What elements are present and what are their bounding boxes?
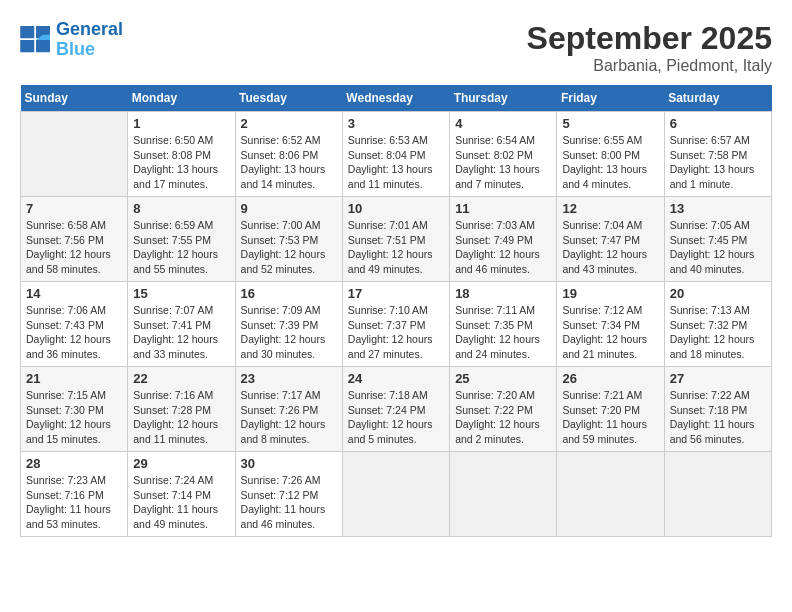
svg-rect-0 bbox=[20, 26, 34, 38]
calendar-cell: 12Sunrise: 7:04 AMSunset: 7:47 PMDayligh… bbox=[557, 197, 664, 282]
calendar-cell: 21Sunrise: 7:15 AMSunset: 7:30 PMDayligh… bbox=[21, 367, 128, 452]
day-info: Sunrise: 6:58 AMSunset: 7:56 PMDaylight:… bbox=[26, 218, 122, 277]
calendar-cell bbox=[21, 112, 128, 197]
day-info: Sunrise: 7:07 AMSunset: 7:41 PMDaylight:… bbox=[133, 303, 229, 362]
day-number: 23 bbox=[241, 371, 337, 386]
calendar-cell: 19Sunrise: 7:12 AMSunset: 7:34 PMDayligh… bbox=[557, 282, 664, 367]
calendar-table: SundayMondayTuesdayWednesdayThursdayFrid… bbox=[20, 85, 772, 537]
calendar-cell: 23Sunrise: 7:17 AMSunset: 7:26 PMDayligh… bbox=[235, 367, 342, 452]
day-info: Sunrise: 7:09 AMSunset: 7:39 PMDaylight:… bbox=[241, 303, 337, 362]
calendar-cell: 26Sunrise: 7:21 AMSunset: 7:20 PMDayligh… bbox=[557, 367, 664, 452]
logo: General Blue bbox=[20, 20, 123, 60]
day-info: Sunrise: 7:21 AMSunset: 7:20 PMDaylight:… bbox=[562, 388, 658, 447]
calendar-week-2: 7Sunrise: 6:58 AMSunset: 7:56 PMDaylight… bbox=[21, 197, 772, 282]
day-info: Sunrise: 7:12 AMSunset: 7:34 PMDaylight:… bbox=[562, 303, 658, 362]
day-info: Sunrise: 7:16 AMSunset: 7:28 PMDaylight:… bbox=[133, 388, 229, 447]
calendar-week-4: 21Sunrise: 7:15 AMSunset: 7:30 PMDayligh… bbox=[21, 367, 772, 452]
calendar-cell: 4Sunrise: 6:54 AMSunset: 8:02 PMDaylight… bbox=[450, 112, 557, 197]
calendar-cell bbox=[557, 452, 664, 537]
title-block: September 2025 Barbania, Piedmont, Italy bbox=[527, 20, 772, 75]
day-number: 28 bbox=[26, 456, 122, 471]
day-info: Sunrise: 7:11 AMSunset: 7:35 PMDaylight:… bbox=[455, 303, 551, 362]
day-number: 15 bbox=[133, 286, 229, 301]
calendar-cell: 22Sunrise: 7:16 AMSunset: 7:28 PMDayligh… bbox=[128, 367, 235, 452]
calendar-cell: 2Sunrise: 6:52 AMSunset: 8:06 PMDaylight… bbox=[235, 112, 342, 197]
logo-general: General bbox=[56, 19, 123, 39]
day-info: Sunrise: 7:06 AMSunset: 7:43 PMDaylight:… bbox=[26, 303, 122, 362]
calendar-cell: 14Sunrise: 7:06 AMSunset: 7:43 PMDayligh… bbox=[21, 282, 128, 367]
day-number: 6 bbox=[670, 116, 766, 131]
calendar-cell: 6Sunrise: 6:57 AMSunset: 7:58 PMDaylight… bbox=[664, 112, 771, 197]
calendar-cell: 11Sunrise: 7:03 AMSunset: 7:49 PMDayligh… bbox=[450, 197, 557, 282]
calendar-cell: 18Sunrise: 7:11 AMSunset: 7:35 PMDayligh… bbox=[450, 282, 557, 367]
calendar-cell: 8Sunrise: 6:59 AMSunset: 7:55 PMDaylight… bbox=[128, 197, 235, 282]
svg-rect-1 bbox=[20, 40, 34, 52]
logo-icon bbox=[20, 26, 52, 54]
svg-marker-3 bbox=[36, 40, 50, 52]
day-info: Sunrise: 7:20 AMSunset: 7:22 PMDaylight:… bbox=[455, 388, 551, 447]
day-number: 5 bbox=[562, 116, 658, 131]
calendar-week-3: 14Sunrise: 7:06 AMSunset: 7:43 PMDayligh… bbox=[21, 282, 772, 367]
calendar-cell: 17Sunrise: 7:10 AMSunset: 7:37 PMDayligh… bbox=[342, 282, 449, 367]
day-info: Sunrise: 7:17 AMSunset: 7:26 PMDaylight:… bbox=[241, 388, 337, 447]
weekday-header-row: SundayMondayTuesdayWednesdayThursdayFrid… bbox=[21, 85, 772, 112]
day-info: Sunrise: 7:04 AMSunset: 7:47 PMDaylight:… bbox=[562, 218, 658, 277]
day-number: 8 bbox=[133, 201, 229, 216]
logo-blue: Blue bbox=[56, 39, 95, 59]
day-info: Sunrise: 7:18 AMSunset: 7:24 PMDaylight:… bbox=[348, 388, 444, 447]
day-info: Sunrise: 6:57 AMSunset: 7:58 PMDaylight:… bbox=[670, 133, 766, 192]
day-number: 21 bbox=[26, 371, 122, 386]
calendar-cell: 27Sunrise: 7:22 AMSunset: 7:18 PMDayligh… bbox=[664, 367, 771, 452]
day-number: 2 bbox=[241, 116, 337, 131]
day-number: 29 bbox=[133, 456, 229, 471]
day-info: Sunrise: 7:26 AMSunset: 7:12 PMDaylight:… bbox=[241, 473, 337, 532]
day-info: Sunrise: 6:50 AMSunset: 8:08 PMDaylight:… bbox=[133, 133, 229, 192]
calendar-cell: 24Sunrise: 7:18 AMSunset: 7:24 PMDayligh… bbox=[342, 367, 449, 452]
day-number: 27 bbox=[670, 371, 766, 386]
weekday-monday: Monday bbox=[128, 85, 235, 112]
calendar-cell: 5Sunrise: 6:55 AMSunset: 8:00 PMDaylight… bbox=[557, 112, 664, 197]
calendar-cell: 10Sunrise: 7:01 AMSunset: 7:51 PMDayligh… bbox=[342, 197, 449, 282]
day-info: Sunrise: 7:03 AMSunset: 7:49 PMDaylight:… bbox=[455, 218, 551, 277]
calendar-cell bbox=[450, 452, 557, 537]
day-info: Sunrise: 7:10 AMSunset: 7:37 PMDaylight:… bbox=[348, 303, 444, 362]
day-info: Sunrise: 7:05 AMSunset: 7:45 PMDaylight:… bbox=[670, 218, 766, 277]
day-number: 12 bbox=[562, 201, 658, 216]
day-number: 26 bbox=[562, 371, 658, 386]
calendar-cell: 30Sunrise: 7:26 AMSunset: 7:12 PMDayligh… bbox=[235, 452, 342, 537]
day-info: Sunrise: 7:00 AMSunset: 7:53 PMDaylight:… bbox=[241, 218, 337, 277]
calendar-week-1: 1Sunrise: 6:50 AMSunset: 8:08 PMDaylight… bbox=[21, 112, 772, 197]
month-title: September 2025 bbox=[527, 20, 772, 57]
calendar-cell bbox=[664, 452, 771, 537]
day-info: Sunrise: 7:24 AMSunset: 7:14 PMDaylight:… bbox=[133, 473, 229, 532]
weekday-wednesday: Wednesday bbox=[342, 85, 449, 112]
calendar-cell: 15Sunrise: 7:07 AMSunset: 7:41 PMDayligh… bbox=[128, 282, 235, 367]
logo-text: General Blue bbox=[56, 20, 123, 60]
day-number: 22 bbox=[133, 371, 229, 386]
calendar-cell: 20Sunrise: 7:13 AMSunset: 7:32 PMDayligh… bbox=[664, 282, 771, 367]
weekday-friday: Friday bbox=[557, 85, 664, 112]
weekday-thursday: Thursday bbox=[450, 85, 557, 112]
day-number: 25 bbox=[455, 371, 551, 386]
weekday-saturday: Saturday bbox=[664, 85, 771, 112]
weekday-tuesday: Tuesday bbox=[235, 85, 342, 112]
day-info: Sunrise: 6:59 AMSunset: 7:55 PMDaylight:… bbox=[133, 218, 229, 277]
day-info: Sunrise: 7:01 AMSunset: 7:51 PMDaylight:… bbox=[348, 218, 444, 277]
calendar-cell: 28Sunrise: 7:23 AMSunset: 7:16 PMDayligh… bbox=[21, 452, 128, 537]
calendar-week-5: 28Sunrise: 7:23 AMSunset: 7:16 PMDayligh… bbox=[21, 452, 772, 537]
day-info: Sunrise: 6:52 AMSunset: 8:06 PMDaylight:… bbox=[241, 133, 337, 192]
page-header: General Blue September 2025 Barbania, Pi… bbox=[20, 20, 772, 75]
calendar-cell bbox=[342, 452, 449, 537]
location-subtitle: Barbania, Piedmont, Italy bbox=[527, 57, 772, 75]
day-number: 16 bbox=[241, 286, 337, 301]
calendar-cell: 1Sunrise: 6:50 AMSunset: 8:08 PMDaylight… bbox=[128, 112, 235, 197]
day-number: 30 bbox=[241, 456, 337, 471]
day-number: 3 bbox=[348, 116, 444, 131]
calendar-cell: 9Sunrise: 7:00 AMSunset: 7:53 PMDaylight… bbox=[235, 197, 342, 282]
day-number: 13 bbox=[670, 201, 766, 216]
day-number: 14 bbox=[26, 286, 122, 301]
day-number: 9 bbox=[241, 201, 337, 216]
day-number: 24 bbox=[348, 371, 444, 386]
day-number: 4 bbox=[455, 116, 551, 131]
calendar-cell: 3Sunrise: 6:53 AMSunset: 8:04 PMDaylight… bbox=[342, 112, 449, 197]
